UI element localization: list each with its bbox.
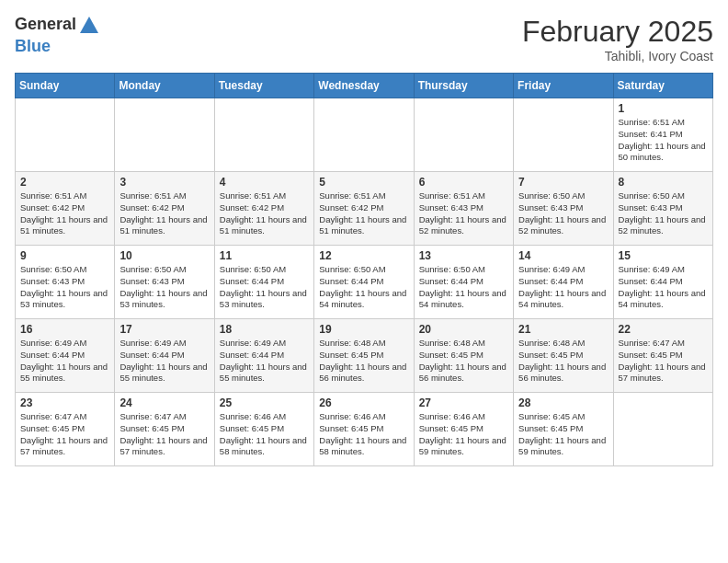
calendar-cell: 26Sunrise: 6:46 AM Sunset: 6:45 PM Dayli…: [314, 393, 414, 466]
day-number: 22: [619, 323, 708, 336]
month-title: February 2025: [522, 15, 713, 49]
day-number: 23: [20, 396, 109, 409]
day-info: Sunrise: 6:49 AM Sunset: 6:44 PM Dayligh…: [619, 264, 708, 311]
calendar-cell: 25Sunrise: 6:46 AM Sunset: 6:45 PM Dayli…: [214, 393, 313, 466]
calendar-week-row: 2Sunrise: 6:51 AM Sunset: 6:42 PM Daylig…: [16, 172, 713, 246]
calendar-header-wednesday: Wednesday: [314, 74, 414, 98]
day-number: 18: [220, 323, 309, 336]
day-info: Sunrise: 6:51 AM Sunset: 6:41 PM Dayligh…: [619, 117, 708, 164]
calendar-cell: [414, 98, 513, 172]
calendar-cell: 14Sunrise: 6:49 AM Sunset: 6:44 PM Dayli…: [514, 246, 613, 319]
location-subtitle: Tahibli, Ivory Coast: [522, 49, 713, 63]
calendar-week-row: 16Sunrise: 6:49 AM Sunset: 6:44 PM Dayli…: [16, 319, 713, 393]
day-number: 3: [119, 176, 209, 189]
calendar-cell: 8Sunrise: 6:50 AM Sunset: 6:43 PM Daylig…: [613, 172, 712, 246]
calendar-cell: 12Sunrise: 6:50 AM Sunset: 6:44 PM Dayli…: [314, 246, 414, 319]
day-number: 14: [518, 249, 608, 262]
calendar-cell: 24Sunrise: 6:47 AM Sunset: 6:45 PM Dayli…: [115, 393, 214, 466]
logo: General Blue: [15, 15, 100, 56]
day-info: Sunrise: 6:51 AM Sunset: 6:43 PM Dayligh…: [419, 190, 508, 237]
calendar-cell: [314, 98, 414, 172]
day-info: Sunrise: 6:48 AM Sunset: 6:45 PM Dayligh…: [319, 338, 408, 385]
day-info: Sunrise: 6:45 AM Sunset: 6:45 PM Dayligh…: [518, 411, 608, 458]
calendar-week-row: 1Sunrise: 6:51 AM Sunset: 6:41 PM Daylig…: [16, 98, 713, 172]
day-number: 6: [419, 176, 508, 189]
day-number: 5: [319, 176, 408, 189]
day-info: Sunrise: 6:49 AM Sunset: 6:44 PM Dayligh…: [518, 264, 608, 311]
day-number: 4: [220, 176, 309, 189]
title-block: February 2025 Tahibli, Ivory Coast: [522, 15, 713, 63]
day-number: 13: [419, 249, 508, 262]
calendar-header-friday: Friday: [514, 74, 613, 98]
day-info: Sunrise: 6:49 AM Sunset: 6:44 PM Dayligh…: [220, 338, 309, 385]
calendar-cell: 13Sunrise: 6:50 AM Sunset: 6:44 PM Dayli…: [414, 246, 513, 319]
calendar-header-sunday: Sunday: [16, 74, 115, 98]
day-number: 7: [518, 176, 608, 189]
day-info: Sunrise: 6:49 AM Sunset: 6:44 PM Dayligh…: [119, 338, 209, 385]
day-info: Sunrise: 6:48 AM Sunset: 6:45 PM Dayligh…: [518, 338, 608, 385]
day-info: Sunrise: 6:51 AM Sunset: 6:42 PM Dayligh…: [20, 190, 109, 237]
day-number: 26: [319, 396, 408, 409]
calendar-cell: [613, 393, 712, 466]
day-info: Sunrise: 6:46 AM Sunset: 6:45 PM Dayligh…: [419, 411, 508, 458]
calendar-header-row: SundayMondayTuesdayWednesdayThursdayFrid…: [16, 74, 713, 98]
calendar-table: SundayMondayTuesdayWednesdayThursdayFrid…: [15, 73, 713, 466]
calendar-week-row: 9Sunrise: 6:50 AM Sunset: 6:43 PM Daylig…: [16, 246, 713, 319]
calendar-cell: 3Sunrise: 6:51 AM Sunset: 6:42 PM Daylig…: [115, 172, 214, 246]
calendar-cell: 2Sunrise: 6:51 AM Sunset: 6:42 PM Daylig…: [16, 172, 115, 246]
calendar-cell: 7Sunrise: 6:50 AM Sunset: 6:43 PM Daylig…: [514, 172, 613, 246]
day-number: 12: [319, 249, 408, 262]
day-info: Sunrise: 6:50 AM Sunset: 6:44 PM Dayligh…: [319, 264, 408, 311]
day-info: Sunrise: 6:50 AM Sunset: 6:43 PM Dayligh…: [119, 264, 209, 311]
day-number: 1: [619, 102, 708, 115]
calendar-cell: 4Sunrise: 6:51 AM Sunset: 6:42 PM Daylig…: [214, 172, 313, 246]
calendar-cell: 16Sunrise: 6:49 AM Sunset: 6:44 PM Dayli…: [16, 319, 115, 393]
day-number: 8: [619, 176, 708, 189]
day-number: 19: [319, 323, 408, 336]
calendar-cell: 17Sunrise: 6:49 AM Sunset: 6:44 PM Dayli…: [115, 319, 214, 393]
calendar-cell: 28Sunrise: 6:45 AM Sunset: 6:45 PM Dayli…: [514, 393, 613, 466]
calendar-cell: 9Sunrise: 6:50 AM Sunset: 6:43 PM Daylig…: [16, 246, 115, 319]
calendar-header-tuesday: Tuesday: [214, 74, 313, 98]
calendar-cell: 1Sunrise: 6:51 AM Sunset: 6:41 PM Daylig…: [613, 98, 712, 172]
day-number: 10: [119, 249, 209, 262]
calendar-cell: 6Sunrise: 6:51 AM Sunset: 6:43 PM Daylig…: [414, 172, 513, 246]
logo-general: General: [15, 17, 100, 32]
day-number: 11: [220, 249, 309, 262]
day-number: 16: [20, 323, 109, 336]
calendar-cell: 22Sunrise: 6:47 AM Sunset: 6:45 PM Dayli…: [613, 319, 712, 393]
calendar-cell: 21Sunrise: 6:48 AM Sunset: 6:45 PM Dayli…: [514, 319, 613, 393]
svg-marker-0: [80, 17, 98, 33]
day-info: Sunrise: 6:50 AM Sunset: 6:43 PM Dayligh…: [518, 190, 608, 237]
calendar-cell: 23Sunrise: 6:47 AM Sunset: 6:45 PM Dayli…: [16, 393, 115, 466]
day-number: 20: [419, 323, 508, 336]
day-info: Sunrise: 6:47 AM Sunset: 6:45 PM Dayligh…: [20, 411, 109, 458]
day-info: Sunrise: 6:50 AM Sunset: 6:44 PM Dayligh…: [220, 264, 309, 311]
day-number: 21: [518, 323, 608, 336]
calendar-cell: [514, 98, 613, 172]
day-number: 15: [619, 249, 708, 262]
day-info: Sunrise: 6:48 AM Sunset: 6:45 PM Dayligh…: [419, 338, 508, 385]
page-header: General Blue February 2025 Tahibli, Ivor…: [15, 15, 713, 63]
logo-text: General Blue: [15, 15, 100, 56]
day-number: 28: [518, 396, 608, 409]
day-info: Sunrise: 6:51 AM Sunset: 6:42 PM Dayligh…: [119, 190, 209, 237]
day-number: 9: [20, 249, 109, 262]
day-info: Sunrise: 6:49 AM Sunset: 6:44 PM Dayligh…: [20, 338, 109, 385]
calendar-header-monday: Monday: [115, 74, 214, 98]
day-info: Sunrise: 6:50 AM Sunset: 6:43 PM Dayligh…: [20, 264, 109, 311]
day-info: Sunrise: 6:51 AM Sunset: 6:42 PM Dayligh…: [220, 190, 309, 237]
day-number: 2: [20, 176, 109, 189]
day-info: Sunrise: 6:50 AM Sunset: 6:43 PM Dayligh…: [619, 190, 708, 237]
day-number: 25: [220, 396, 309, 409]
day-number: 24: [119, 396, 209, 409]
day-info: Sunrise: 6:46 AM Sunset: 6:45 PM Dayligh…: [220, 411, 309, 458]
day-info: Sunrise: 6:50 AM Sunset: 6:44 PM Dayligh…: [419, 264, 508, 311]
calendar-cell: 27Sunrise: 6:46 AM Sunset: 6:45 PM Dayli…: [414, 393, 513, 466]
day-info: Sunrise: 6:47 AM Sunset: 6:45 PM Dayligh…: [119, 411, 209, 458]
day-info: Sunrise: 6:46 AM Sunset: 6:45 PM Dayligh…: [319, 411, 408, 458]
calendar-cell: [214, 98, 313, 172]
calendar-header-saturday: Saturday: [613, 74, 712, 98]
day-number: 27: [419, 396, 508, 409]
calendar-cell: 10Sunrise: 6:50 AM Sunset: 6:43 PM Dayli…: [115, 246, 214, 319]
